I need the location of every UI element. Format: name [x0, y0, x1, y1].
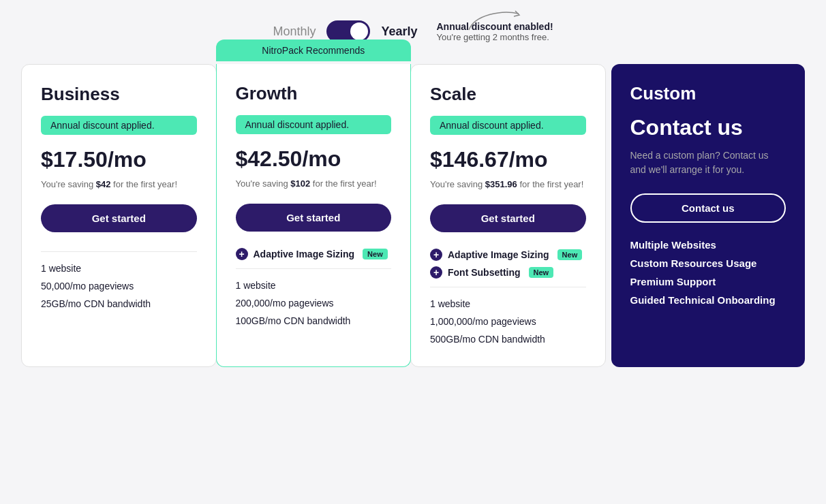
list-item: 1 website [236, 280, 392, 291]
plan-card-growth: NitroPack Recommends Growth Annual disco… [216, 64, 412, 367]
yearly-label: Yearly [381, 25, 417, 39]
list-item: Premium Support [630, 276, 786, 287]
plan-card-custom: Custom Contact us Need a custom plan? Co… [611, 64, 806, 367]
growth-cta-button[interactable]: Get started [236, 204, 392, 232]
custom-description: Need a custom plan? Contact us and we'll… [630, 148, 786, 177]
toggle-knob [350, 22, 368, 40]
business-discount-badge: Annual discount applied. [41, 116, 197, 135]
plans-container: Business Annual discount applied. $17.50… [21, 64, 805, 367]
scale-addon-label-0: Adaptive Image Sizing [448, 249, 549, 260]
recommend-badge: NitroPack Recommends [216, 40, 412, 61]
new-badge-scale-0: New [557, 249, 583, 260]
growth-plan-name: Growth [236, 83, 392, 104]
list-item: 50,000/mo pageviews [41, 281, 197, 292]
growth-price: $42.50/mo [236, 146, 392, 172]
contact-us-button[interactable]: Contact us [630, 193, 786, 223]
scale-cta-button[interactable]: Get started [430, 204, 586, 232]
list-item: 1 website [430, 298, 586, 309]
custom-plan-name: Custom [630, 83, 786, 104]
scale-plan-name: Scale [430, 84, 586, 105]
business-divider [41, 251, 197, 252]
list-item: Guided Technical Onboarding [630, 294, 786, 306]
business-plan-name: Business [41, 84, 197, 105]
billing-toggle-row: Monthly Yearly Annual discount enabled! … [14, 14, 812, 42]
list-item: 1 website [41, 263, 197, 274]
list-item: 100GB/mo CDN bandwidth [236, 315, 392, 326]
scale-addon-label-1: Font Subsetting [448, 267, 521, 278]
growth-addon-label-0: Adaptive Image Sizing [254, 249, 355, 259]
new-badge-scale-1: New [529, 267, 554, 278]
business-features: 1 website 50,000/mo pageviews 25GB/mo CD… [41, 263, 197, 309]
growth-addon-feature-0: + Adaptive Image Sizing New [236, 248, 392, 260]
scale-addon-feature-1: + Font Subsetting New [430, 266, 586, 279]
list-item: Custom Resources Usage [630, 257, 786, 269]
plus-icon-scale-0: + [430, 249, 442, 261]
scale-divider [430, 287, 586, 287]
business-savings: You're saving $42 for the first year! [41, 179, 197, 189]
scale-savings: You're saving $351.96 for the first year… [430, 179, 586, 189]
growth-savings: You're saving $102 for the first year! [236, 178, 392, 189]
growth-discount-badge: Annual discount applied. [236, 115, 392, 134]
list-item: 500GB/mo CDN bandwidth [430, 334, 586, 345]
scale-features: 1 website 1,000,000/mo pageviews 500GB/m… [430, 298, 586, 345]
monthly-label: Monthly [273, 25, 316, 39]
list-item: Multiple Websites [630, 239, 786, 251]
business-price: $17.50/mo [41, 147, 197, 172]
plus-icon-scale-1: + [430, 266, 442, 279]
list-item: 1,000,000/mo pageviews [430, 316, 586, 327]
business-cta-button[interactable]: Get started [41, 204, 197, 232]
discount-sub: You're getting 2 months free. [436, 32, 553, 42]
plan-card-scale: Scale Annual discount applied. $146.67/m… [410, 64, 606, 367]
list-item: 25GB/mo CDN bandwidth [41, 298, 197, 309]
new-badge-growth-0: New [363, 249, 388, 259]
growth-features: 1 website 200,000/mo pageviews 100GB/mo … [236, 280, 392, 326]
scale-price: $146.67/mo [430, 147, 586, 172]
scale-addon-feature-0: + Adaptive Image Sizing New [430, 249, 586, 261]
list-item: 200,000/mo pageviews [236, 298, 392, 309]
custom-title: Contact us [630, 115, 786, 140]
plan-card-business: Business Annual discount applied. $17.50… [21, 64, 217, 367]
plus-icon: + [236, 248, 248, 260]
arrow-icon [468, 8, 522, 33]
custom-features: Multiple Websites Custom Resources Usage… [630, 239, 786, 306]
growth-divider [236, 268, 392, 269]
scale-discount-badge: Annual discount applied. [430, 116, 586, 135]
